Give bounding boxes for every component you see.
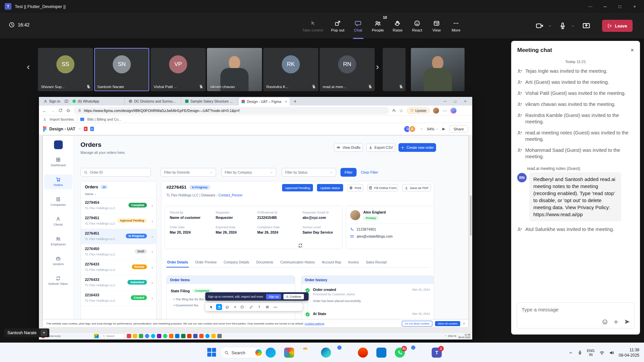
browser-menu-icon[interactable]: ⋯ (442, 108, 447, 113)
inner-lang-indicator[interactable]: ENG IN (448, 335, 456, 337)
widgets-icon[interactable] (266, 348, 276, 358)
order-row[interactable]: 2276450TL Flex Holdings LLC Draft› (81, 244, 156, 260)
participant-tile[interactable]: RN read.ai mee... (320, 48, 375, 91)
whatsapp-icon[interactable]: 81 (395, 348, 405, 358)
react-button[interactable]: React (408, 13, 426, 39)
update-status-button[interactable]: Update status (317, 184, 343, 191)
tab-communication-history[interactable]: Communication History (279, 258, 315, 267)
figma-share-button[interactable]: Share (449, 125, 468, 133)
filter-domicile-select[interactable]: Filter by Domicile (161, 168, 216, 177)
import-favorites-link[interactable]: Import favorites (50, 117, 74, 121)
frame-tool-icon[interactable]: # (232, 304, 238, 310)
maximize-button[interactable]: □ (612, 1, 627, 12)
browser-tab-whatsapp[interactable]: (6) WhatsApp (70, 98, 125, 105)
wifi-icon[interactable] (599, 350, 604, 355)
app-icon[interactable] (217, 334, 222, 338)
zoom-level[interactable]: 94% (427, 127, 438, 131)
shape-tool-icon[interactable] (240, 304, 246, 310)
figma-file-name[interactable]: Design - UAT (49, 127, 75, 131)
tab-order-preview[interactable]: Order Preview (195, 258, 217, 267)
chat-button[interactable]: Chat (350, 13, 367, 39)
view-button[interactable]: View (428, 13, 445, 39)
favorite-star-icon[interactable]: ☆ (399, 108, 404, 113)
app-icon[interactable] (199, 334, 204, 338)
new-tab-button[interactable]: + (291, 99, 299, 104)
filter-status-select[interactable]: Filter by Status (282, 168, 336, 177)
nav-item-dashboard[interactable]: Dashboard (44, 155, 72, 170)
filter-company-select[interactable]: Filter by Company (221, 168, 276, 177)
nav-item-employees[interactable]: Employees (44, 234, 72, 249)
pen-tool-icon[interactable] (248, 304, 254, 310)
approval-pending-button[interactable]: Approval Pending (282, 184, 313, 191)
home-icon[interactable] (66, 108, 70, 113)
browser-minimize-button[interactable]: ─ (440, 97, 450, 105)
scrollbar-thumb[interactable] (470, 195, 472, 236)
mic-dropdown-icon[interactable] (571, 24, 575, 28)
page-scrollbar[interactable] (470, 135, 472, 332)
photos-icon[interactable] (284, 348, 294, 358)
refresh-icon[interactable] (58, 108, 63, 113)
cookie-settings-link[interactable]: Cookies settings (305, 322, 324, 325)
chat-close-icon[interactable]: × (631, 47, 634, 54)
continue-google-button[interactable]: G Continue (283, 294, 304, 299)
message-input[interactable] (517, 303, 625, 316)
order-row[interactable]: 2276433TL Flex Holdings LLC Review› (81, 260, 156, 275)
file-menu-chevron-icon[interactable] (78, 127, 81, 130)
edge-icon[interactable] (321, 348, 331, 358)
tab-sales-receipt[interactable]: Sales Receipt (365, 258, 387, 267)
dev-mode-icon[interactable]: </> (272, 304, 278, 310)
view-drafts-button[interactable]: View Drafts (334, 143, 363, 152)
tray-mic-icon[interactable] (578, 350, 582, 355)
pop-out-button[interactable]: Pop out (328, 13, 347, 39)
app-icon[interactable] (133, 334, 137, 338)
fill-online-form-button[interactable]: Fill Online Form (367, 184, 398, 191)
spotlight-tile[interactable] (411, 48, 465, 91)
share-screen-icon[interactable] (582, 22, 590, 30)
sender-avatar[interactable]: RN (517, 173, 527, 182)
back-icon[interactable]: ← (42, 108, 47, 113)
people-button[interactable]: 10 People (369, 13, 387, 39)
minimize-button[interactable]: ─ (598, 1, 612, 12)
camera-dropdown-icon[interactable] (548, 24, 552, 28)
browser-tab-figma-active[interactable]: Design - UAT – Figma × (239, 98, 290, 106)
window-more-button[interactable]: ⋯ (583, 1, 598, 12)
bills-bookmark-link[interactable]: Bills | Billing and Co... (87, 117, 121, 121)
app-icon[interactable] (211, 334, 216, 338)
app-icon[interactable] (163, 334, 167, 338)
order-row[interactable]: 2216433TL Flex Holdings LLC Created› (81, 291, 156, 306)
url-field[interactable]: https://www.figma.com/design/9BKQ0FOHRWa… (74, 107, 389, 114)
inner-start-button[interactable] (94, 334, 99, 338)
app-icon[interactable] (205, 334, 210, 338)
tab-company-details[interactable]: Company Details (223, 258, 250, 267)
nav-item-refresh-token[interactable]: Refresh Token (44, 273, 72, 288)
filter-apply-button[interactable]: Filter (340, 168, 357, 177)
print-button[interactable]: Print (347, 184, 363, 191)
inner-system-tray[interactable]: ^ ENG IN 11:38 08-04-2025 (445, 334, 470, 339)
attach-plus-icon[interactable] (613, 319, 619, 325)
app-icon[interactable] (127, 334, 131, 338)
participant-tile[interactable]: SS Shivani Sup... (38, 48, 93, 91)
app-icon[interactable] (193, 334, 198, 338)
order-id-input[interactable] (90, 171, 140, 174)
tray-chevron-up-icon[interactable] (569, 351, 573, 355)
figma-canvas[interactable]: Dashboard Orders Companies Clients (39, 135, 472, 332)
read-aloud-icon[interactable]: A) (392, 109, 396, 112)
text-tool-icon[interactable]: T (256, 304, 262, 310)
contact-person-link[interactable]: Contact_Person (218, 193, 243, 197)
mic-icon[interactable] (559, 22, 567, 30)
tab-order-details[interactable]: Order Details (166, 258, 189, 267)
nav-item-orders[interactable]: Orders (44, 174, 72, 189)
figma-avatars[interactable]: S A (404, 125, 416, 133)
start-button[interactable] (207, 348, 216, 357)
tab-close-icon[interactable]: × (285, 100, 287, 104)
vscode-icon[interactable] (376, 348, 386, 358)
participant-tile[interactable]: SN Santosh Narate (94, 48, 149, 91)
tab-split-icon[interactable] (64, 99, 68, 103)
volume-icon[interactable] (609, 350, 614, 355)
figma-logo-icon[interactable] (43, 126, 47, 132)
pin-share-button[interactable]: + (41, 329, 47, 336)
more-button[interactable]: More (447, 13, 465, 39)
app-icon[interactable] (169, 334, 173, 338)
take-control-button[interactable]: Take control (299, 13, 326, 39)
participant-tile[interactable]: vikram chavan (207, 48, 262, 91)
